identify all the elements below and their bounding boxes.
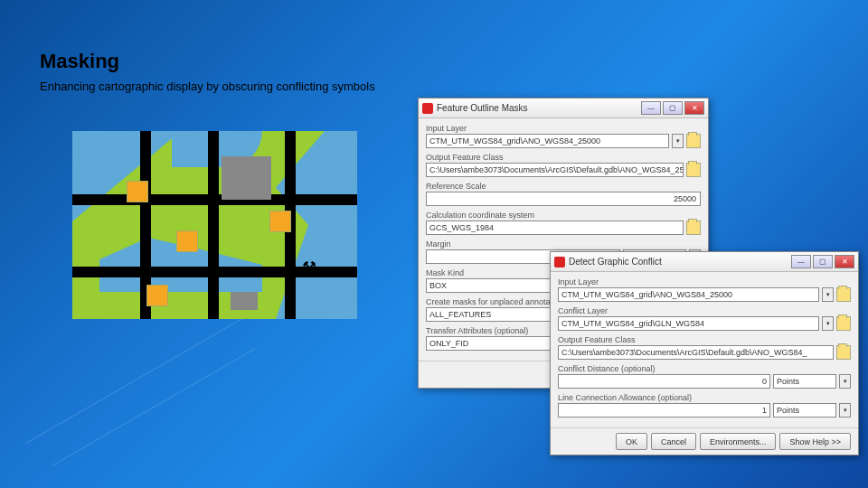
input-layer-label: Input Layer bbox=[558, 277, 851, 286]
browse-folder-icon[interactable] bbox=[836, 287, 851, 302]
dialog-title-text: Detect Graphic Conflict bbox=[569, 257, 662, 267]
calc-coord-label: Calculation coordinate system bbox=[426, 211, 701, 220]
dialog-titlebar[interactable]: Feature Outline Masks — ▢ ✕ bbox=[419, 99, 708, 118]
map-illustration: ⚒ bbox=[72, 131, 357, 319]
minimize-button[interactable]: — bbox=[641, 101, 661, 115]
line-conn-value[interactable]: 1 bbox=[558, 403, 770, 418]
app-icon bbox=[422, 103, 433, 114]
ref-scale-field[interactable]: 25000 bbox=[426, 192, 701, 206]
slide-title: Masking bbox=[40, 50, 119, 73]
map-marker bbox=[176, 230, 198, 252]
dialog-button-row: OK Cancel Environments... Show Help >> bbox=[551, 427, 858, 455]
line-conn-unit-select[interactable]: Points bbox=[773, 403, 836, 418]
conflict-dist-value[interactable]: 0 bbox=[558, 374, 770, 389]
dropdown-icon[interactable]: ▾ bbox=[839, 374, 851, 389]
dialog-titlebar[interactable]: Detect Graphic Conflict — ▢ ✕ bbox=[551, 252, 858, 272]
close-button[interactable]: ✕ bbox=[684, 101, 704, 115]
map-mine-symbol: ⚒ bbox=[302, 258, 316, 277]
map-building bbox=[222, 156, 271, 200]
dialog-detect-graphic-conflict: Detect Graphic Conflict — ▢ ✕ Input Laye… bbox=[550, 251, 859, 455]
browse-folder-icon[interactable] bbox=[836, 345, 851, 360]
browse-folder-icon[interactable] bbox=[686, 134, 701, 148]
conflict-layer-field[interactable]: CTM_UTM_WGS84_grid\GLN_WGS84 bbox=[558, 316, 819, 331]
dropdown-icon[interactable]: ▾ bbox=[672, 134, 684, 148]
browse-folder-icon[interactable] bbox=[686, 163, 701, 177]
environments-button[interactable]: Environments... bbox=[700, 433, 777, 450]
app-icon bbox=[554, 257, 565, 267]
conflict-layer-label: Conflict Layer bbox=[558, 306, 851, 315]
input-layer-field[interactable]: CTM_UTM_WGS84_grid\ANO_WGS84_25000 bbox=[558, 287, 819, 302]
close-button[interactable]: ✕ bbox=[835, 255, 854, 268]
map-water bbox=[72, 131, 181, 221]
map-marker bbox=[269, 211, 291, 232]
cancel-button[interactable]: Cancel bbox=[651, 433, 696, 450]
output-fc-label: Output Feature Class bbox=[426, 153, 701, 162]
maximize-button[interactable]: ▢ bbox=[663, 101, 683, 115]
decoration-line bbox=[52, 348, 256, 466]
map-marker bbox=[127, 181, 148, 202]
conflict-dist-unit-select[interactable]: Points bbox=[773, 374, 836, 389]
map-marker bbox=[146, 285, 168, 306]
ref-scale-label: Reference Scale bbox=[426, 182, 701, 191]
calc-coord-field[interactable]: GCS_WGS_1984 bbox=[426, 221, 684, 235]
output-fc-field[interactable]: C:\Users\ambe3073\Documents\ArcGIS\Defau… bbox=[558, 345, 834, 360]
input-layer-label: Input Layer bbox=[426, 124, 701, 133]
output-fc-field[interactable]: C:\Users\ambe3073\Documents\ArcGIS\Defau… bbox=[426, 163, 684, 177]
map-building bbox=[231, 292, 258, 310]
margin-label: Margin bbox=[426, 239, 701, 249]
decoration-line bbox=[26, 316, 246, 444]
browse-folder-icon[interactable] bbox=[686, 221, 701, 235]
dropdown-icon[interactable]: ▾ bbox=[839, 403, 851, 418]
dialog-title-text: Feature Outline Masks bbox=[437, 103, 528, 113]
dropdown-icon[interactable]: ▾ bbox=[822, 316, 834, 331]
ok-button[interactable]: OK bbox=[616, 433, 647, 450]
map-road bbox=[208, 131, 219, 319]
show-help-button[interactable]: Show Help >> bbox=[779, 433, 851, 450]
conflict-dist-label: Conflict Distance (optional) bbox=[558, 364, 851, 373]
browse-folder-icon[interactable] bbox=[836, 316, 851, 331]
dropdown-icon[interactable]: ▾ bbox=[822, 287, 834, 302]
minimize-button[interactable]: — bbox=[791, 255, 811, 268]
maximize-button[interactable]: ▢ bbox=[813, 255, 833, 268]
line-conn-label: Line Connection Allowance (optional) bbox=[558, 393, 851, 402]
input-layer-field[interactable]: CTM_UTM_WGS84_grid\ANO_WGS84_25000 bbox=[426, 134, 669, 148]
output-fc-label: Output Feature Class bbox=[558, 335, 851, 344]
slide-subtitle: Enhancing cartographic display by obscur… bbox=[40, 80, 375, 93]
dialog-body: Input Layer CTM_UTM_WGS84_grid\ANO_WGS84… bbox=[551, 272, 858, 427]
